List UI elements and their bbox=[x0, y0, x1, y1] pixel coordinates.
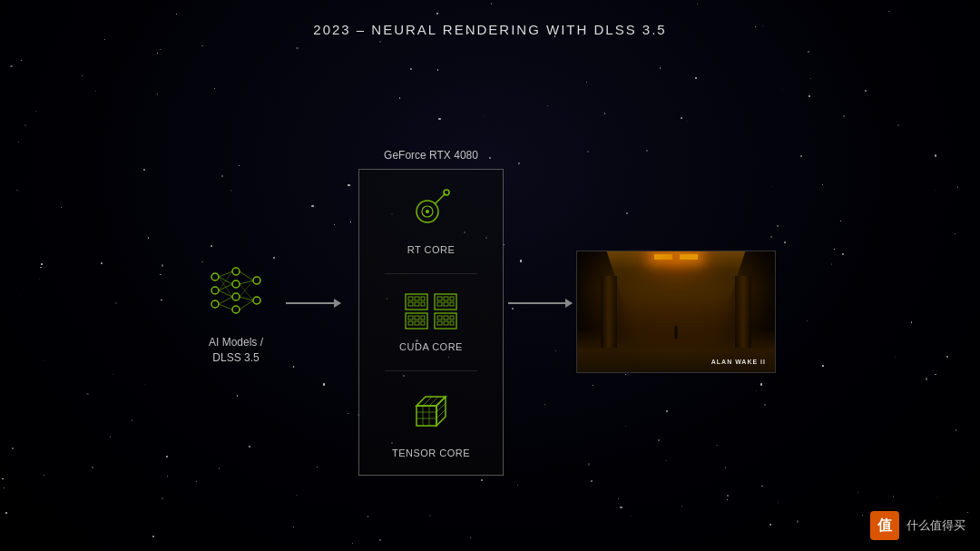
svg-line-14 bbox=[219, 304, 232, 310]
svg-rect-37 bbox=[437, 297, 442, 300]
svg-point-1 bbox=[211, 287, 219, 294]
svg-line-13 bbox=[219, 297, 232, 304]
rt-core-item: RT CORE bbox=[407, 186, 456, 255]
svg-rect-38 bbox=[444, 297, 448, 300]
svg-rect-54 bbox=[437, 321, 442, 325]
svg-rect-45 bbox=[415, 316, 419, 320]
svg-point-8 bbox=[253, 297, 260, 304]
gpu-box-wrapper: GeForce RTX 4080 bbox=[358, 149, 504, 476]
svg-rect-43 bbox=[406, 313, 427, 329]
ai-network-icon bbox=[204, 259, 268, 326]
svg-rect-31 bbox=[415, 297, 419, 300]
svg-rect-47 bbox=[408, 321, 413, 325]
watermark-text: 什么值得买 bbox=[906, 517, 965, 534]
svg-rect-36 bbox=[435, 294, 456, 310]
svg-rect-29 bbox=[406, 294, 427, 310]
divider-1 bbox=[385, 273, 477, 274]
svg-point-2 bbox=[211, 300, 219, 308]
rt-core-icon bbox=[407, 186, 455, 237]
arrow-line-right bbox=[508, 302, 572, 304]
game-logo-text: ALAN WAKE II bbox=[711, 359, 766, 365]
svg-rect-50 bbox=[435, 313, 456, 329]
corridor-scene bbox=[577, 251, 775, 372]
watermark: 值 什么值得买 bbox=[870, 511, 965, 540]
svg-line-21 bbox=[240, 284, 253, 300]
arrow-line-left bbox=[286, 302, 340, 304]
ai-models-label: AI Models /DLSS 3.5 bbox=[209, 335, 263, 366]
svg-point-3 bbox=[232, 268, 240, 275]
svg-rect-34 bbox=[415, 302, 419, 306]
svg-point-7 bbox=[253, 277, 260, 284]
svg-rect-55 bbox=[444, 321, 448, 325]
gpu-label: GeForce RTX 4080 bbox=[384, 149, 478, 162]
cuda-core-label: CUDA CORE bbox=[399, 341, 463, 352]
svg-line-17 bbox=[240, 271, 253, 280]
rt-core-label: RT CORE bbox=[407, 244, 456, 255]
tensor-core-icon bbox=[407, 389, 455, 440]
svg-rect-32 bbox=[421, 297, 425, 300]
divider-2 bbox=[385, 370, 477, 371]
watermark-icon: 值 bbox=[870, 511, 899, 540]
game-screenshot: ALAN WAKE II bbox=[576, 251, 776, 373]
svg-point-4 bbox=[232, 280, 240, 288]
svg-point-27 bbox=[426, 210, 429, 213]
svg-rect-30 bbox=[408, 297, 413, 300]
svg-point-26 bbox=[444, 190, 449, 195]
svg-line-28 bbox=[437, 198, 441, 202]
svg-point-0 bbox=[211, 273, 219, 280]
svg-rect-44 bbox=[408, 316, 413, 320]
cuda-core-icon bbox=[404, 292, 458, 334]
gpu-box: RT CORE bbox=[358, 169, 504, 476]
cuda-core-item: CUDA CORE bbox=[399, 292, 463, 352]
tensor-core-item: TENSOR CORE bbox=[392, 389, 470, 458]
svg-rect-33 bbox=[408, 302, 413, 306]
svg-rect-51 bbox=[437, 316, 442, 320]
svg-rect-35 bbox=[421, 302, 425, 306]
right-arrow bbox=[508, 302, 572, 304]
svg-line-20 bbox=[240, 300, 253, 310]
diagram-container: AI Models /DLSS 3.5 GeForce RTX 4080 bbox=[0, 73, 980, 551]
svg-rect-49 bbox=[421, 321, 425, 325]
svg-rect-48 bbox=[415, 321, 419, 325]
svg-rect-41 bbox=[444, 302, 448, 306]
svg-point-5 bbox=[232, 293, 240, 300]
svg-rect-53 bbox=[450, 316, 454, 320]
svg-line-22 bbox=[240, 280, 253, 297]
svg-rect-46 bbox=[421, 316, 425, 320]
svg-line-19 bbox=[240, 297, 253, 300]
svg-rect-42 bbox=[450, 302, 454, 306]
svg-rect-52 bbox=[444, 316, 448, 320]
svg-point-6 bbox=[232, 306, 240, 313]
svg-rect-57 bbox=[416, 406, 436, 426]
page-title: 2023 – NEURAL RENDERING WITH DLSS 3.5 bbox=[313, 22, 666, 37]
svg-line-18 bbox=[240, 280, 253, 284]
ai-models-block: AI Models /DLSS 3.5 bbox=[204, 259, 268, 366]
svg-rect-40 bbox=[437, 302, 442, 306]
svg-rect-39 bbox=[450, 297, 454, 300]
tensor-core-label: TENSOR CORE bbox=[392, 448, 470, 458]
svg-rect-56 bbox=[450, 321, 454, 325]
left-arrow bbox=[286, 302, 340, 304]
